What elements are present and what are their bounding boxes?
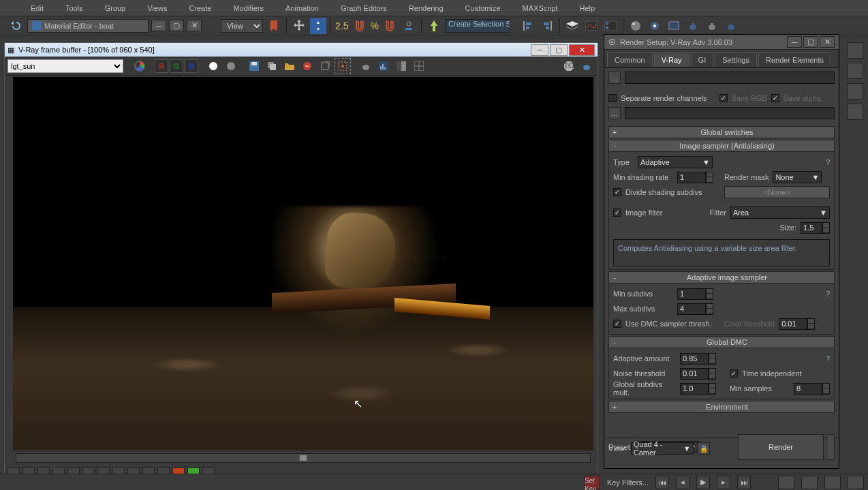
menu-rendering[interactable]: Rendering (409, 4, 444, 12)
curve-editor-icon[interactable] (583, 18, 600, 34)
min-subdivs-spinner[interactable] (677, 288, 713, 300)
view-dropdown[interactable]: Quad 4 - Camer▼ (631, 442, 694, 455)
tab-common[interactable]: Common (607, 52, 653, 67)
green-channel-button[interactable]: G (170, 59, 183, 73)
rs-maximize-icon[interactable]: ▢ (803, 36, 818, 48)
menu-edit[interactable]: Edit (31, 4, 44, 12)
render-prod-icon[interactable] (723, 18, 739, 34)
render-dropdown-button[interactable] (828, 434, 835, 460)
view-dropdown[interactable]: View (221, 19, 263, 33)
tab-render-elements[interactable]: Render Elements (758, 52, 831, 67)
menu-create[interactable]: Create (189, 4, 211, 12)
vfb-render-viewport[interactable]: · · · · · · · ↖ (13, 77, 593, 450)
output-path-field[interactable] (625, 72, 835, 84)
time-independent-checkbox[interactable]: ✓ (730, 369, 738, 378)
help-icon[interactable]: ? (826, 158, 830, 166)
min-shading-spinner[interactable] (677, 172, 713, 183)
vfb-titlebar[interactable]: ▦ V-Ray frame buffer - [100% of 960 x 54… (5, 43, 598, 57)
rollout-image-sampler[interactable]: -Image sampler (Antialiasing) (608, 140, 835, 152)
rs-close-icon[interactable]: ✕ (820, 36, 835, 48)
menu-customize[interactable]: Customize (465, 4, 501, 12)
global-subdivs-spinner[interactable] (680, 383, 716, 395)
teapot2-icon[interactable] (704, 18, 720, 34)
vfb-grid-icon[interactable] (411, 58, 427, 74)
teapot-last-icon[interactable] (578, 58, 595, 74)
bookmark-icon[interactable] (266, 18, 282, 34)
save-alpha-checkbox[interactable]: ✓ (771, 94, 779, 102)
align-left-icon[interactable] (520, 18, 536, 34)
view-lock-icon[interactable]: 🔒 (698, 442, 710, 455)
rollout-adaptive-sampler[interactable]: -Adaptive image sampler (608, 271, 835, 284)
save-rgb-checkbox[interactable]: ✓ (719, 94, 728, 102)
teapot-render-icon[interactable] (358, 58, 374, 74)
tab-vray[interactable]: V-Ray (654, 52, 689, 67)
menu-help[interactable]: Help (580, 4, 595, 12)
vfb-channel-dropdown[interactable]: lgt_sun (7, 59, 123, 73)
move-icon[interactable] (291, 18, 307, 34)
red-channel-button[interactable]: R (155, 59, 168, 73)
cp-icon[interactable] (847, 83, 863, 99)
open-icon[interactable] (281, 58, 298, 74)
render-mask-dropdown[interactable]: None▼ (773, 171, 822, 183)
nav-zoom-icon[interactable] (801, 476, 818, 489)
copy-icon[interactable] (264, 58, 280, 74)
save-icon[interactable] (246, 58, 262, 74)
undo-icon[interactable] (8, 18, 25, 34)
nav-pan-icon[interactable] (778, 476, 794, 489)
menu-maxscript[interactable]: MAXScript (523, 4, 558, 12)
render-mask-none-button[interactable]: <None> (724, 186, 830, 198)
sampler-type-dropdown[interactable]: Adaptive▼ (638, 156, 713, 168)
separate-channels-checkbox[interactable] (608, 94, 617, 102)
layers-icon[interactable] (564, 18, 580, 34)
screen-icon[interactable] (310, 18, 326, 34)
play-end-icon[interactable]: ⏭ (737, 476, 751, 489)
divide-subdivs-checkbox[interactable]: ✓ (613, 188, 621, 196)
play-prev-icon[interactable]: ◂ (676, 476, 689, 489)
nav-max-icon[interactable] (848, 476, 864, 489)
max-subdivs-spinner[interactable] (677, 303, 713, 315)
vfb-levels-icon[interactable] (375, 58, 392, 74)
play-icon[interactable]: ▶ (696, 476, 710, 489)
render-button[interactable]: Render (738, 434, 824, 460)
rollout-global-switches[interactable]: +Global switches (608, 126, 835, 138)
tab-maximize-icon[interactable]: ▢ (169, 20, 184, 31)
cp-icon[interactable] (847, 63, 863, 79)
menu-graph-editors[interactable]: Graph Editors (341, 4, 387, 12)
cp-icon[interactable] (847, 42, 863, 59)
menu-views[interactable]: Views (147, 4, 167, 12)
menu-animation[interactable]: Animation (285, 4, 319, 12)
play-next-icon[interactable]: ▸ (717, 476, 730, 489)
rs-minimize-icon[interactable]: ─ (787, 36, 802, 48)
teapot-icon[interactable] (685, 18, 701, 34)
alpha-white-icon[interactable] (205, 58, 221, 74)
alpha-gray-icon[interactable] (223, 58, 239, 74)
key-filters-button[interactable]: Key Filters... (607, 478, 649, 487)
adaptive-amount-spinner[interactable] (680, 353, 716, 365)
render-setup-icon[interactable] (647, 18, 663, 34)
set-key-button[interactable]: Set Key (584, 476, 600, 489)
selection-filter-icon[interactable] (426, 18, 442, 34)
material-browser-icon[interactable] (627, 18, 644, 34)
material-editor-tab[interactable]: Material Editor - boat (27, 19, 149, 33)
magnet2-icon[interactable] (382, 18, 398, 34)
render-framewindow-icon[interactable] (666, 18, 682, 34)
stop-render-icon[interactable]: STOP (561, 58, 577, 74)
tab-close-icon[interactable]: ✕ (187, 20, 202, 31)
help-icon[interactable]: ? (826, 354, 830, 363)
menu-tools[interactable]: Tools (65, 4, 83, 12)
tab-gi[interactable]: GI (691, 52, 714, 67)
tab-settings[interactable]: Settings (715, 52, 757, 67)
selection-set-dropdown[interactable]: Create Selection Se ▼ (445, 19, 510, 33)
render-setup-titlebar[interactable]: ⦿ Render Setup: V-Ray Adv 3.00.03 ─ ▢ ✕ (604, 35, 839, 50)
nav-orbit-icon[interactable] (824, 476, 841, 489)
rollout-global-dmc[interactable]: -Global DMC (608, 336, 835, 348)
region-icon[interactable] (335, 58, 351, 74)
tab-minimize-icon[interactable]: ─ (151, 20, 166, 31)
noise-threshold-spinner[interactable] (680, 368, 716, 380)
channel-path-ellipsis-button[interactable]: ... (608, 107, 621, 119)
vfb-close-icon[interactable]: ✕ (569, 44, 595, 56)
help-icon[interactable]: ? (826, 290, 830, 298)
vfb-scrollbar[interactable] (16, 453, 591, 463)
vfb-minimize-icon[interactable]: ─ (531, 44, 548, 56)
vfb-scrollbar-thumb[interactable] (299, 455, 307, 461)
